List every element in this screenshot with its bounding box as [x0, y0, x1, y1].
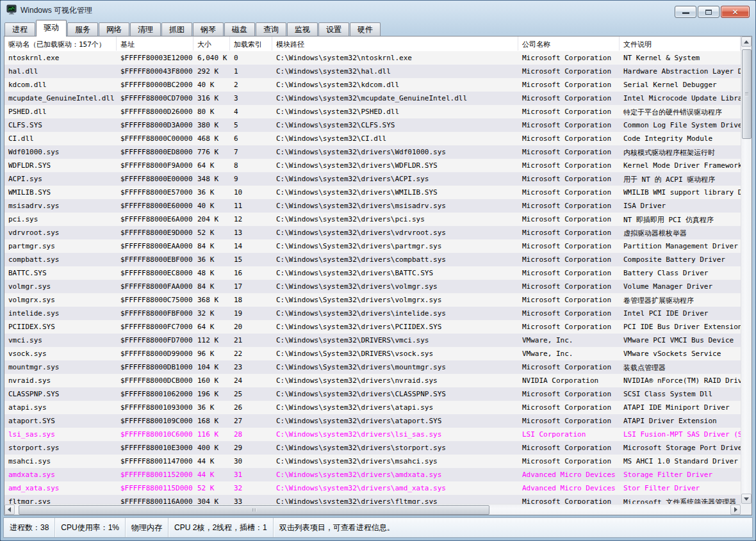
tab-8[interactable]: 查询	[256, 22, 286, 36]
window-title: Windows 可视化管理	[21, 5, 92, 16]
table-row[interactable]: vsock.sys$FFFFF88000D9900096 K22C:\Windo…	[4, 347, 741, 360]
table-row[interactable]: CI.dll$FFFFF88000C00000468 K6C:\Windows\…	[4, 132, 741, 145]
table-row[interactable]: hal.dll$FFFFF800043F8000292 K1C:\Windows…	[4, 65, 741, 78]
table-row[interactable]: PCIIDEX.SYS$FFFFF88000FC700064 K20C:\Win…	[4, 320, 741, 334]
tab-9[interactable]: 监视	[287, 22, 318, 36]
table-row[interactable]: msahci.sys$FFFFF8800114700044 K30C:\Wind…	[4, 455, 741, 468]
scroll-down-button[interactable]	[741, 494, 752, 504]
table-cell: 64 K	[193, 320, 230, 334]
scroll-up-button[interactable]	[741, 36, 752, 47]
table-cell: $FFFFF88000EC8000	[117, 266, 193, 280]
table-row[interactable]: WMILIB.SYS$FFFFF88000E5700036 K10C:\Wind…	[4, 186, 741, 199]
column-header[interactable]: 公司名称	[518, 36, 620, 51]
table-cell: Intel PCI IDE Driver	[620, 307, 741, 320]
table-row[interactable]: vdrvroot.sys$FFFFF88000E9D00052 K13C:\Wi…	[4, 226, 741, 239]
column-header[interactable]: 模块路径	[272, 36, 518, 51]
maximize-button[interactable]	[698, 6, 719, 18]
scroll-right-button[interactable]	[730, 505, 741, 515]
table-cell: C:\Windows\system32\drivers\lsi_sas.sys	[272, 428, 518, 441]
tab-1[interactable]: 驱动	[36, 20, 67, 36]
table-row[interactable]: volmgr.sys$FFFFF88000FAA00084 K17C:\Wind…	[4, 280, 741, 293]
table-cell: ACPI.sys	[4, 172, 117, 186]
table-row[interactable]: volmgrx.sys$FFFFF88000C75000368 K18C:\Wi…	[4, 293, 741, 307]
status-segment: CPU 2核，2线程，插槽：1	[168, 518, 274, 537]
column-header[interactable]: 大小	[193, 36, 230, 51]
minimize-button[interactable]	[675, 6, 696, 18]
table-row[interactable]: atapi.sys$FFFFF8800109300036 K26C:\Windo…	[4, 401, 741, 414]
table-cell: 36 K	[193, 401, 230, 414]
table-row[interactable]: amdxata.sys$FFFFF8800115200044 K31C:\Win…	[4, 468, 741, 481]
table-cell: Microsoft Corporation	[518, 213, 620, 226]
table-row[interactable]: PSHED.dll$FFFFF88000D2600080 K4C:\Window…	[4, 105, 741, 118]
scrollbar-corner	[741, 504, 752, 515]
table-row[interactable]: lsi_sas.sys$FFFFF880010C6000116 K28C:\Wi…	[4, 428, 741, 441]
table-cell: 24	[230, 374, 272, 387]
table-row[interactable]: nvraid.sys$FFFFF88000DCB000160 K24C:\Win…	[4, 374, 741, 387]
table-row[interactable]: storport.sys$FFFFF880010E3000400 K29C:\W…	[4, 441, 741, 455]
column-header[interactable]: 加载索引	[230, 36, 272, 51]
table-row[interactable]: CLFS.SYS$FFFFF88000D3A000380 K5C:\Window…	[4, 118, 741, 132]
table-row[interactable]: fltmgr.sys$FFFFF8800116A000304 K33C:\Win…	[4, 495, 741, 504]
table-cell: Microsoft 文件系统筛选器管理器	[620, 495, 741, 504]
tab-11[interactable]: 硬件	[350, 22, 381, 36]
table-row[interactable]: compbatt.sys$FFFFF88000EBF00036 K15C:\Wi…	[4, 253, 741, 266]
table-row[interactable]: Wdf01000.sys$FFFFF88000ED8000776 K7C:\Wi…	[4, 145, 741, 159]
table-cell: WMILIB.SYS	[4, 186, 117, 199]
tab-10[interactable]: 设置	[318, 22, 349, 36]
titlebar[interactable]: Windows 可视化管理 ✕	[1, 1, 755, 19]
table-cell: partmgr.sys	[4, 239, 117, 253]
table-row[interactable]: WDFLDR.SYS$FFFFF88000F9A00064 K8C:\Windo…	[4, 159, 741, 172]
table-row[interactable]: kdcom.dll$FFFFF80000BC200040 K2C:\Window…	[4, 78, 741, 92]
table-row[interactable]: ataport.SYS$FFFFF8800109C000168 K27C:\Wi…	[4, 414, 741, 428]
table-cell: 36 K	[193, 253, 230, 266]
column-header[interactable]: 文件说明	[620, 36, 741, 51]
table-cell: Intel Microcode Update Librar	[620, 92, 741, 105]
table-cell: $FFFFF88001062000	[117, 387, 193, 401]
scroll-left-button[interactable]	[4, 505, 15, 515]
table-cell: 348 K	[193, 172, 230, 186]
tab-3[interactable]: 网络	[99, 22, 129, 36]
table-cell: msahci.sys	[4, 455, 117, 468]
table-row[interactable]: intelide.sys$FFFFF88000FBF00032 K19C:\Wi…	[4, 307, 741, 320]
tab-7[interactable]: 磁盘	[224, 22, 255, 36]
close-button[interactable]: ✕	[721, 6, 750, 18]
table-row[interactable]: ntoskrnl.exe$FFFFF80003E120006,040 K0C:\…	[4, 51, 741, 65]
table-cell: 4	[230, 105, 272, 118]
table-row[interactable]: mountmgr.sys$FFFFF88000DB1000104 K23C:\W…	[4, 360, 741, 374]
table-cell: kdcom.dll	[4, 78, 117, 92]
tab-6[interactable]: 钢琴	[193, 22, 224, 36]
table-cell: Microsoft Corporation	[518, 495, 620, 504]
column-header[interactable]: 基址	[117, 36, 193, 51]
table-cell: 33	[230, 495, 272, 504]
table-cell: 400 K	[193, 441, 230, 455]
table-cell: vmci.sys	[4, 334, 117, 347]
vertical-scrollbar-thumb[interactable]	[742, 49, 752, 139]
table-cell: Microsoft Corporation	[518, 239, 620, 253]
column-header[interactable]: 驱动名（已加载驱动：157个）	[4, 36, 117, 51]
table-row[interactable]: CLASSPNP.SYS$FFFFF88001062000196 K25C:\W…	[4, 387, 741, 401]
table-cell: $FFFFF8800115D000	[117, 481, 193, 495]
table-row[interactable]: BATTC.SYS$FFFFF88000EC800048 K16C:\Windo…	[4, 266, 741, 280]
table-cell: Microsoft Corporation	[518, 145, 620, 159]
tab-5[interactable]: 抓图	[161, 22, 192, 36]
table-row[interactable]: ACPI.sys$FFFFF88000E00000348 K9C:\Window…	[4, 172, 741, 186]
table-cell: Battery Class Driver	[620, 266, 741, 280]
table-row[interactable]: partmgr.sys$FFFFF88000EAA00084 K14C:\Win…	[4, 239, 741, 253]
vertical-scrollbar[interactable]	[741, 36, 752, 504]
table-row[interactable]: vmci.sys$FFFFF88000FD7000112 K21C:\Windo…	[4, 334, 741, 347]
horizontal-scrollbar[interactable]	[4, 504, 741, 515]
table-cell: 15	[230, 253, 272, 266]
table-cell: C:\Windows\system32\drivers\WMILIB.SYS	[272, 186, 518, 199]
table-row[interactable]: amd_xata.sys$FFFFF8800115D00052 K32C:\Wi…	[4, 481, 741, 495]
table-cell: $FFFFF88000FAA000	[117, 280, 193, 293]
tab-0[interactable]: 进程	[4, 22, 35, 36]
table-cell: Volume Manager Driver	[620, 280, 741, 293]
tab-4[interactable]: 清理	[130, 22, 161, 36]
horizontal-scrollbar-thumb[interactable]	[19, 505, 489, 515]
table-row[interactable]: msisadrv.sys$FFFFF88000E6000040 K11C:\Wi…	[4, 199, 741, 213]
table-row[interactable]: mcupdate_GenuineIntel.dll$FFFFF88000CD70…	[4, 92, 741, 105]
table-cell: MS AHCI 1.0 Standard Driver	[620, 455, 741, 468]
table-row[interactable]: pci.sys$FFFFF88000E6A000204 K12C:\Window…	[4, 213, 741, 226]
tab-2[interactable]: 服务	[67, 22, 98, 36]
table-cell: Serial Kernel Debugger	[620, 78, 741, 92]
